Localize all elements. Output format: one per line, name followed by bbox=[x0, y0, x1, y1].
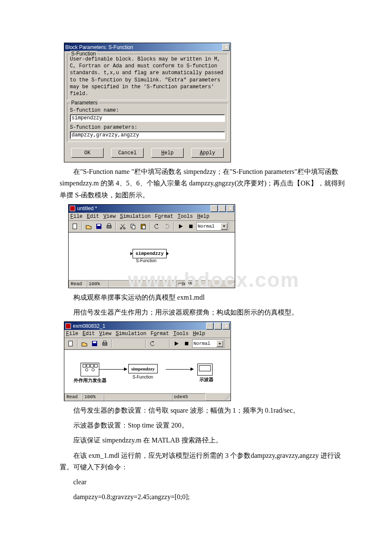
body-text: 用信号发生器产生作用力；用示波器观察摆角；构成如图所示的仿真模型。 bbox=[60, 306, 345, 318]
close-icon[interactable]: ✕ bbox=[222, 44, 230, 51]
chevron-down-icon[interactable]: ▼ bbox=[216, 340, 223, 347]
copy-icon[interactable] bbox=[128, 222, 138, 231]
play-icon[interactable] bbox=[172, 339, 181, 348]
block-label: S-Function bbox=[136, 258, 156, 263]
menu-help[interactable]: Help bbox=[197, 214, 210, 220]
window-titlebar[interactable]: untitled * _ □ ✕ bbox=[69, 205, 235, 213]
minimize-icon[interactable]: _ bbox=[210, 205, 218, 212]
svg-rect-16 bbox=[93, 341, 96, 343]
close-icon[interactable]: ✕ bbox=[227, 205, 234, 212]
cut-icon[interactable] bbox=[114, 339, 123, 348]
sfunction-block[interactable]: simpendzzy bbox=[133, 249, 167, 258]
minimize-icon[interactable]: _ bbox=[206, 323, 213, 330]
menu-view[interactable]: View bbox=[99, 331, 112, 337]
menu-tools[interactable]: Tools bbox=[173, 331, 189, 337]
save-icon[interactable] bbox=[94, 222, 104, 231]
arrow-icon bbox=[190, 367, 194, 371]
menu-format[interactable]: Format bbox=[150, 331, 169, 337]
undo-icon[interactable] bbox=[152, 222, 161, 231]
model-canvas[interactable]: simpendzzy S-Function bbox=[69, 232, 235, 280]
signal-generator-label: 外作用力发生器 bbox=[74, 377, 107, 384]
body-text: 信号发生器的参数设置：信号取 square 波形；幅值为 1；频率为 0.1ra… bbox=[60, 405, 345, 416]
sfunction-params-label: S-function parameters: bbox=[70, 124, 225, 130]
window-titlebar[interactable]: exm080832_1 _ □ ✕ bbox=[64, 322, 231, 330]
paste-icon[interactable] bbox=[138, 222, 148, 231]
block-label: S-Function bbox=[133, 375, 153, 379]
close-icon[interactable]: ✕ bbox=[222, 323, 230, 330]
stop-icon[interactable] bbox=[182, 339, 191, 348]
new-icon[interactable] bbox=[70, 222, 80, 231]
sfunction-block[interactable]: simpendzzy bbox=[128, 364, 158, 373]
svg-rect-13 bbox=[66, 324, 71, 329]
resize-grip-icon[interactable] bbox=[225, 394, 231, 400]
menu-view[interactable]: View bbox=[104, 214, 116, 220]
resize-grip-icon[interactable] bbox=[229, 281, 235, 287]
open-icon[interactable] bbox=[80, 339, 89, 348]
svg-rect-4 bbox=[107, 225, 111, 228]
dialog-titlebar[interactable]: Block Parameters: S-Function ✕ bbox=[64, 43, 231, 51]
menu-simulation[interactable]: Simulation bbox=[120, 214, 150, 220]
menu-file[interactable]: File bbox=[66, 331, 78, 337]
copy-icon[interactable] bbox=[124, 339, 133, 348]
menu-bar[interactable]: File Edit View Simulation Format Tools H… bbox=[64, 330, 231, 338]
open-icon[interactable] bbox=[84, 222, 93, 231]
svg-rect-1 bbox=[73, 224, 77, 229]
stop-icon[interactable] bbox=[186, 222, 196, 231]
status-zoom: 100% bbox=[86, 280, 108, 287]
svg-rect-17 bbox=[103, 343, 107, 345]
maximize-icon[interactable]: □ bbox=[214, 323, 222, 330]
undo-icon[interactable] bbox=[148, 339, 157, 348]
sfunction-name-input[interactable] bbox=[70, 114, 225, 122]
cut-icon[interactable] bbox=[118, 222, 127, 231]
status-bar: Read 100% ode45 bbox=[64, 393, 231, 401]
toolbar: Normal▼ bbox=[69, 221, 235, 232]
block-parameters-dialog: Block Parameters: S-Function ✕ S-Functio… bbox=[64, 43, 231, 162]
simulink-window-untitled: untitled * _ □ ✕ File Edit View Simulati… bbox=[68, 204, 235, 288]
svg-rect-3 bbox=[97, 224, 101, 226]
connection-line bbox=[166, 369, 192, 370]
model-canvas[interactable]: 外作用力发生器 simpendzzy S-Function 示波器 bbox=[64, 350, 231, 393]
scope-label: 示波器 bbox=[199, 376, 213, 383]
print-icon[interactable] bbox=[104, 222, 114, 231]
sfunction-params-input[interactable] bbox=[70, 131, 225, 139]
ok-button[interactable]: OK bbox=[71, 148, 104, 158]
svg-rect-5 bbox=[108, 224, 110, 225]
simulation-mode-combo[interactable]: Normal▼ bbox=[192, 339, 225, 348]
help-button[interactable]: Help bbox=[151, 148, 184, 158]
dialog-title: Block Parameters: S-Function bbox=[65, 44, 222, 50]
sfunction-name-label: S-function name: bbox=[70, 107, 225, 113]
save-icon[interactable] bbox=[90, 339, 99, 348]
menu-tools[interactable]: Tools bbox=[178, 214, 193, 220]
redo-icon[interactable] bbox=[158, 339, 167, 348]
cancel-button[interactable]: Cancel bbox=[111, 148, 144, 158]
simulation-mode-combo[interactable]: Normal▼ bbox=[196, 222, 229, 231]
print-icon[interactable] bbox=[100, 339, 110, 348]
signal-generator-block[interactable] bbox=[81, 363, 99, 376]
menu-edit[interactable]: Edit bbox=[83, 331, 95, 337]
simulink-app-icon bbox=[65, 323, 71, 329]
menu-help[interactable]: Help bbox=[193, 331, 205, 337]
scope-block[interactable] bbox=[197, 364, 213, 376]
toolbar: Normal▼ bbox=[64, 338, 231, 350]
menu-edit[interactable]: Edit bbox=[87, 214, 99, 220]
code-text: clear bbox=[60, 476, 345, 488]
paste-icon[interactable] bbox=[134, 339, 144, 348]
menu-format[interactable]: Format bbox=[155, 214, 173, 220]
menu-simulation[interactable]: Simulation bbox=[115, 331, 146, 337]
status-ready: Read bbox=[64, 393, 82, 401]
chevron-down-icon[interactable]: ▼ bbox=[221, 223, 228, 230]
maximize-icon[interactable]: □ bbox=[219, 205, 226, 212]
menu-file[interactable]: File bbox=[70, 214, 83, 220]
sfunction-groupbox: S-Function User-definable block. Blocks … bbox=[67, 54, 228, 100]
redo-icon[interactable] bbox=[162, 222, 172, 231]
menu-bar[interactable]: File Edit View Simulation Format Tools H… bbox=[69, 213, 235, 221]
body-text: 在"S-Function name "栏中填写函数名 simpendzzy；在"… bbox=[60, 166, 345, 201]
sfunction-description: User-definable block. Blocks may be writ… bbox=[70, 56, 225, 97]
parameters-groupbox: Parameters S-function name: S-function p… bbox=[67, 103, 228, 142]
svg-rect-14 bbox=[69, 341, 72, 346]
window-title: exm080832_1 bbox=[73, 323, 205, 329]
apply-button[interactable]: Apply bbox=[191, 148, 224, 158]
body-text: 构成观察单摆事实运动的仿真模型 exm1.mdl bbox=[60, 292, 345, 303]
new-icon[interactable] bbox=[66, 339, 75, 348]
play-icon[interactable] bbox=[176, 222, 185, 231]
